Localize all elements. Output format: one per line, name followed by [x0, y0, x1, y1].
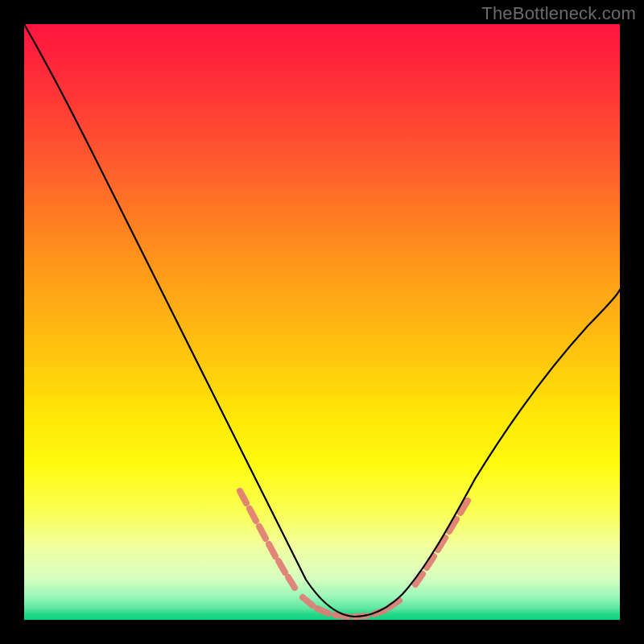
chart-frame: TheBottleneck.com	[0, 0, 644, 644]
curve-svg	[24, 24, 620, 620]
highlight-right	[415, 501, 468, 584]
plot-area	[24, 24, 620, 620]
highlight-valley	[303, 597, 399, 617]
bottleneck-curve	[24, 24, 620, 617]
watermark-text: TheBottleneck.com	[481, 3, 636, 24]
